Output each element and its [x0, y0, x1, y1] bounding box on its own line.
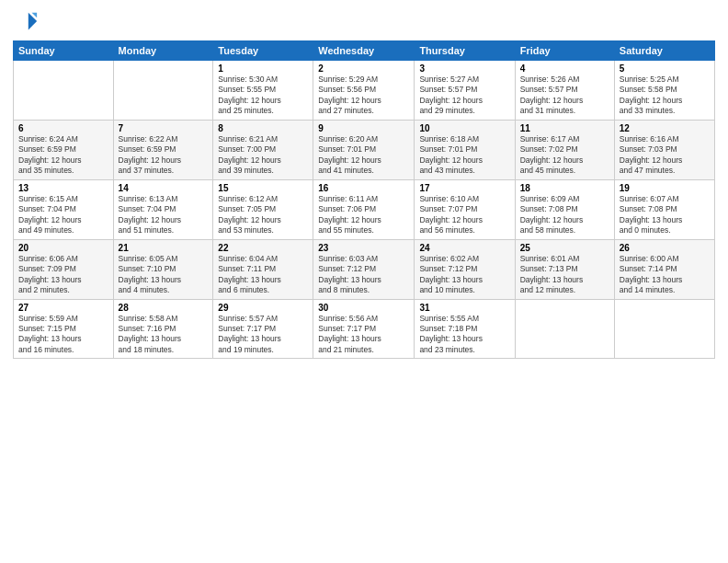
calendar-day-cell: 11Sunrise: 6:17 AM Sunset: 7:02 PM Dayli…: [515, 120, 614, 179]
calendar-day-cell: 30Sunrise: 5:56 AM Sunset: 7:17 PM Dayli…: [313, 299, 415, 359]
day-info: Sunrise: 6:04 AM Sunset: 7:11 PM Dayligh…: [218, 254, 308, 296]
day-info: Sunrise: 6:12 AM Sunset: 7:05 PM Dayligh…: [218, 194, 308, 236]
day-info: Sunrise: 6:07 AM Sunset: 7:08 PM Dayligh…: [620, 194, 710, 236]
calendar-day-cell: [14, 61, 114, 121]
logo: [13, 9, 42, 35]
day-info: Sunrise: 6:18 AM Sunset: 7:01 PM Dayligh…: [419, 134, 509, 177]
weekday-header: Tuesday: [213, 41, 313, 61]
day-info: Sunrise: 6:05 AM Sunset: 7:10 PM Dayligh…: [119, 254, 209, 296]
day-info: Sunrise: 5:27 AM Sunset: 5:57 PM Dayligh…: [419, 75, 509, 117]
day-info: Sunrise: 6:24 AM Sunset: 6:59 PM Dayligh…: [18, 134, 108, 177]
day-number: 26: [620, 243, 710, 253]
calendar-day-cell: 5Sunrise: 5:25 AM Sunset: 5:58 PM Daylig…: [614, 61, 714, 121]
day-info: Sunrise: 6:15 AM Sunset: 7:04 PM Dayligh…: [18, 194, 108, 236]
weekday-header: Friday: [515, 41, 614, 61]
calendar-day-cell: 25Sunrise: 6:01 AM Sunset: 7:13 PM Dayli…: [515, 239, 614, 299]
day-info: Sunrise: 5:55 AM Sunset: 7:18 PM Dayligh…: [419, 314, 509, 356]
day-info: Sunrise: 5:25 AM Sunset: 5:58 PM Dayligh…: [620, 75, 710, 117]
day-number: 19: [620, 183, 710, 193]
day-info: Sunrise: 6:06 AM Sunset: 7:09 PM Dayligh…: [18, 254, 108, 296]
day-number: 12: [620, 123, 710, 133]
page: SundayMondayTuesdayWednesdayThursdayFrid…: [0, 0, 728, 563]
day-info: Sunrise: 6:13 AM Sunset: 7:04 PM Dayligh…: [119, 194, 209, 236]
calendar-day-cell: 7Sunrise: 6:22 AM Sunset: 6:59 PM Daylig…: [113, 120, 213, 179]
calendar-day-cell: 27Sunrise: 5:59 AM Sunset: 7:15 PM Dayli…: [14, 299, 114, 359]
day-info: Sunrise: 6:00 AM Sunset: 7:14 PM Dayligh…: [620, 254, 710, 296]
calendar-header: SundayMondayTuesdayWednesdayThursdayFrid…: [14, 41, 715, 61]
calendar-day-cell: 4Sunrise: 5:26 AM Sunset: 5:57 PM Daylig…: [515, 61, 614, 121]
calendar-week-row: 13Sunrise: 6:15 AM Sunset: 7:04 PM Dayli…: [14, 179, 715, 239]
day-info: Sunrise: 6:09 AM Sunset: 7:08 PM Dayligh…: [520, 194, 609, 236]
day-number: 4: [520, 63, 609, 74]
day-number: 14: [119, 183, 209, 193]
calendar-week-row: 6Sunrise: 6:24 AM Sunset: 6:59 PM Daylig…: [14, 120, 715, 179]
weekday-header: Thursday: [415, 41, 515, 61]
day-number: 11: [520, 123, 609, 133]
calendar-day-cell: 24Sunrise: 6:02 AM Sunset: 7:12 PM Dayli…: [415, 239, 515, 299]
calendar-week-row: 20Sunrise: 6:06 AM Sunset: 7:09 PM Dayli…: [14, 239, 715, 299]
calendar-day-cell: 20Sunrise: 6:06 AM Sunset: 7:09 PM Dayli…: [14, 239, 114, 299]
calendar-day-cell: 18Sunrise: 6:09 AM Sunset: 7:08 PM Dayli…: [515, 179, 614, 239]
calendar-day-cell: 6Sunrise: 6:24 AM Sunset: 6:59 PM Daylig…: [14, 120, 114, 179]
calendar-day-cell: 17Sunrise: 6:10 AM Sunset: 7:07 PM Dayli…: [415, 179, 515, 239]
day-info: Sunrise: 5:56 AM Sunset: 7:17 PM Dayligh…: [318, 314, 409, 356]
day-info: Sunrise: 5:59 AM Sunset: 7:15 PM Dayligh…: [18, 314, 108, 356]
day-number: 31: [419, 303, 509, 313]
day-number: 22: [218, 243, 308, 253]
calendar-day-cell: 8Sunrise: 6:21 AM Sunset: 7:00 PM Daylig…: [213, 120, 313, 179]
day-info: Sunrise: 6:22 AM Sunset: 6:59 PM Dayligh…: [119, 134, 209, 177]
day-info: Sunrise: 5:29 AM Sunset: 5:56 PM Dayligh…: [318, 75, 409, 117]
day-info: Sunrise: 5:26 AM Sunset: 5:57 PM Dayligh…: [520, 75, 609, 117]
day-number: 9: [318, 123, 409, 133]
calendar-day-cell: 29Sunrise: 5:57 AM Sunset: 7:17 PM Dayli…: [213, 299, 313, 359]
calendar-day-cell: 13Sunrise: 6:15 AM Sunset: 7:04 PM Dayli…: [14, 179, 114, 239]
weekday-header: Saturday: [614, 41, 714, 61]
day-info: Sunrise: 5:58 AM Sunset: 7:16 PM Dayligh…: [119, 314, 209, 356]
day-number: 15: [218, 183, 308, 193]
day-number: 30: [318, 303, 409, 313]
day-number: 24: [419, 243, 509, 253]
weekday-header: Wednesday: [313, 41, 415, 61]
day-info: Sunrise: 5:57 AM Sunset: 7:17 PM Dayligh…: [218, 314, 308, 356]
calendar-day-cell: 28Sunrise: 5:58 AM Sunset: 7:16 PM Dayli…: [113, 299, 213, 359]
day-number: 27: [18, 303, 108, 313]
calendar-day-cell: 2Sunrise: 5:29 AM Sunset: 5:56 PM Daylig…: [313, 61, 415, 121]
day-number: 16: [318, 183, 409, 193]
day-number: 3: [419, 63, 509, 74]
calendar-week-row: 27Sunrise: 5:59 AM Sunset: 7:15 PM Dayli…: [14, 299, 715, 359]
calendar-day-cell: 10Sunrise: 6:18 AM Sunset: 7:01 PM Dayli…: [415, 120, 515, 179]
calendar-day-cell: 16Sunrise: 6:11 AM Sunset: 7:06 PM Dayli…: [313, 179, 415, 239]
calendar-day-cell: 22Sunrise: 6:04 AM Sunset: 7:11 PM Dayli…: [213, 239, 313, 299]
logo-icon: [13, 9, 39, 35]
calendar-day-cell: 14Sunrise: 6:13 AM Sunset: 7:04 PM Dayli…: [113, 179, 213, 239]
day-info: Sunrise: 6:11 AM Sunset: 7:06 PM Dayligh…: [318, 194, 409, 236]
day-info: Sunrise: 6:20 AM Sunset: 7:01 PM Dayligh…: [318, 134, 409, 177]
day-info: Sunrise: 6:02 AM Sunset: 7:12 PM Dayligh…: [419, 254, 509, 296]
calendar-day-cell: 26Sunrise: 6:00 AM Sunset: 7:14 PM Dayli…: [614, 239, 714, 299]
day-number: 21: [119, 243, 209, 253]
day-number: 8: [218, 123, 308, 133]
day-number: 28: [119, 303, 209, 313]
day-number: 10: [419, 123, 509, 133]
day-info: Sunrise: 6:21 AM Sunset: 7:00 PM Dayligh…: [218, 134, 308, 177]
day-number: 7: [119, 123, 209, 133]
weekday-header: Monday: [113, 41, 213, 61]
day-number: 18: [520, 183, 609, 193]
day-number: 2: [318, 63, 409, 74]
weekday-header: Sunday: [14, 41, 114, 61]
day-info: Sunrise: 6:10 AM Sunset: 7:07 PM Dayligh…: [419, 194, 509, 236]
calendar-day-cell: 3Sunrise: 5:27 AM Sunset: 5:57 PM Daylig…: [415, 61, 515, 121]
day-number: 20: [18, 243, 108, 253]
calendar-day-cell: 19Sunrise: 6:07 AM Sunset: 7:08 PM Dayli…: [614, 179, 714, 239]
calendar-week-row: 1Sunrise: 5:30 AM Sunset: 5:55 PM Daylig…: [14, 61, 715, 121]
day-number: 6: [18, 123, 108, 133]
day-number: 23: [318, 243, 409, 253]
day-number: 25: [520, 243, 609, 253]
calendar-day-cell: 31Sunrise: 5:55 AM Sunset: 7:18 PM Dayli…: [415, 299, 515, 359]
day-number: 13: [18, 183, 108, 193]
day-info: Sunrise: 6:03 AM Sunset: 7:12 PM Dayligh…: [318, 254, 409, 296]
calendar-day-cell: [614, 299, 714, 359]
calendar-table: SundayMondayTuesdayWednesdayThursdayFrid…: [13, 40, 715, 359]
weekday-row: SundayMondayTuesdayWednesdayThursdayFrid…: [14, 41, 715, 61]
calendar-day-cell: 9Sunrise: 6:20 AM Sunset: 7:01 PM Daylig…: [313, 120, 415, 179]
